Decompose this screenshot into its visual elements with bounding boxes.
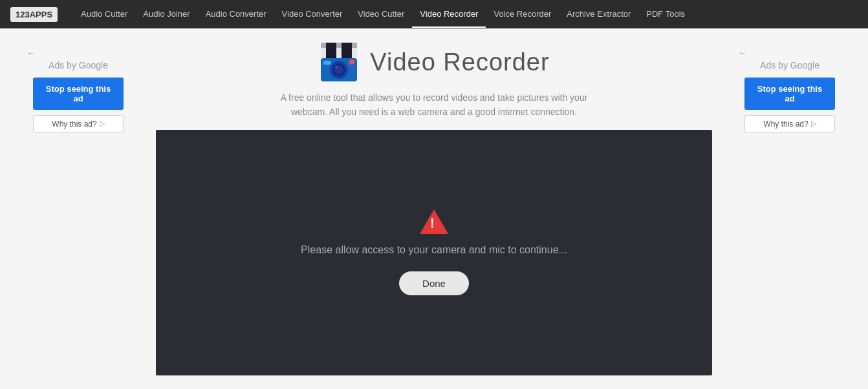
nav-pdf-tools[interactable]: PDF Tools	[638, 1, 693, 26]
left-ads-by-google: Ads by Google	[49, 59, 108, 72]
done-button[interactable]: Done	[399, 271, 469, 295]
right-ad-back-arrow[interactable]: ←	[738, 48, 747, 58]
nav-audio-converter[interactable]: Audio Converter	[198, 1, 274, 26]
nav-audio-joiner[interactable]: Audio Joiner	[135, 1, 197, 26]
main-layout: ← Ads by Google Stop seeing this ad Why …	[0, 28, 868, 375]
nav-audio-cutter[interactable]: Audio Cutter	[73, 1, 135, 26]
nav-video-cutter[interactable]: Video Cutter	[350, 1, 412, 26]
camera-permission-message: Please allow access to your camera and m…	[301, 244, 567, 256]
right-why-this-ad-label: Why this ad?	[763, 120, 808, 129]
left-stop-seeing-button[interactable]: Stop seeing this ad	[33, 78, 124, 110]
right-why-this-ad-button[interactable]: Why this ad? ▷	[744, 115, 835, 133]
nav-archive-extractor[interactable]: Archive Extractor	[559, 1, 638, 26]
svg-rect-13	[323, 61, 331, 65]
app-title: Video Recorder	[370, 48, 549, 76]
camera-area: Please allow access to your camera and m…	[156, 130, 712, 375]
nav-links: Audio Cutter Audio Joiner Audio Converte…	[73, 1, 693, 28]
warning-icon	[420, 209, 448, 234]
navbar: 123APPS Audio Cutter Audio Joiner Audio …	[0, 0, 868, 28]
right-ads-by-google: Ads by Google	[760, 59, 819, 72]
center-content: Video Recorder A free online tool that a…	[143, 41, 725, 375]
svg-point-12	[349, 59, 354, 65]
app-description: A free online tool that allows you to re…	[281, 90, 588, 120]
svg-point-11	[335, 66, 338, 68]
nav-video-converter[interactable]: Video Converter	[274, 1, 351, 26]
brand-logo[interactable]: 123APPS	[10, 7, 58, 22]
right-ad-panel: ← Ads by Google Stop seeing this ad Why …	[725, 41, 854, 375]
left-why-arrow-icon: ▷	[100, 120, 105, 128]
left-why-this-ad-label: Why this ad?	[52, 120, 96, 129]
app-icon	[318, 41, 360, 83]
app-description-line1: A free online tool that allows you to re…	[281, 92, 588, 103]
svg-marker-6	[321, 43, 357, 48]
app-description-line2: webcam. All you need is a web camera and…	[291, 107, 577, 117]
app-header: Video Recorder	[318, 41, 549, 83]
right-stop-seeing-button[interactable]: Stop seeing this ad	[744, 78, 835, 110]
nav-video-recorder[interactable]: Video Recorder	[412, 1, 486, 28]
right-why-arrow-icon: ▷	[811, 120, 816, 128]
left-ad-back-arrow[interactable]: ←	[27, 48, 36, 58]
left-why-this-ad-button[interactable]: Why this ad? ▷	[33, 115, 124, 133]
left-ad-panel: ← Ads by Google Stop seeing this ad Why …	[14, 41, 143, 375]
nav-voice-recorder[interactable]: Voice Recorder	[486, 1, 559, 26]
